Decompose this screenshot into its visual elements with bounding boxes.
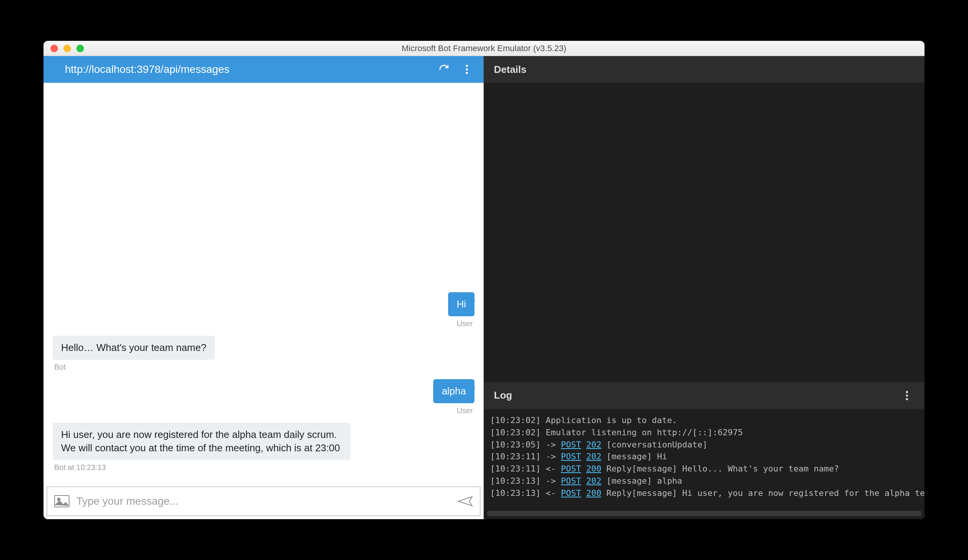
chat-message[interactable]: Hi User — [53, 292, 474, 328]
log-timestamp: [10:23:11] — [490, 452, 540, 461]
log-line[interactable]: [10:23:02] Application is up to date. — [490, 414, 918, 426]
message-meta: User — [53, 319, 474, 328]
log-text: Reply[message] Hello... What's your team… — [607, 464, 839, 473]
log-timestamp: [10:23:05] — [490, 440, 540, 449]
chat-message[interactable]: Hi user, you are now registered for the … — [53, 423, 474, 472]
vertical-dots-icon — [905, 390, 908, 401]
log-timestamp: [10:23:02] — [490, 428, 540, 437]
svg-point-4 — [58, 498, 60, 501]
log-method[interactable]: POST — [561, 476, 581, 486]
endpoint-url[interactable]: http://localhost:3978/api/messages — [65, 63, 429, 76]
svg-point-2 — [466, 72, 468, 74]
log-arrow: <- — [546, 488, 556, 498]
log-line[interactable]: [10:23:11] <- POST 200 Reply[message] He… — [490, 463, 918, 475]
log-status[interactable]: 202 — [586, 452, 602, 461]
details-body[interactable] — [484, 83, 925, 382]
send-button[interactable] — [457, 495, 473, 507]
chat-message[interactable]: alpha User — [53, 379, 474, 415]
chat-transcript[interactable]: Hi User Hello… What's your team name? Bo… — [43, 83, 484, 483]
log-line[interactable]: [10:23:13] -> POST 202 [message] alpha — [490, 475, 918, 487]
log-menu-button[interactable] — [899, 388, 915, 403]
log-text: [message] Hi — [607, 452, 667, 461]
log-method[interactable]: POST — [561, 488, 581, 498]
log-arrow: -> — [546, 440, 556, 449]
attach-image-button[interactable] — [54, 495, 70, 507]
log-text: Reply[message] Hi user, you are now regi… — [607, 488, 925, 498]
log-status[interactable]: 200 — [586, 488, 602, 498]
message-bubble: alpha — [433, 379, 474, 403]
log-line[interactable]: [10:23:05] -> POST 202 [conversationUpda… — [490, 439, 918, 451]
log-method[interactable]: POST — [561, 464, 581, 473]
log-line[interactable]: [10:23:11] -> POST 202 [message] Hi — [490, 451, 918, 463]
chat-message[interactable]: Hello… What's your team name? Bot — [53, 336, 474, 372]
horizontal-scrollbar[interactable] — [487, 511, 922, 516]
log-title: Log — [494, 390, 512, 401]
image-icon — [54, 495, 70, 507]
message-meta: Bot — [53, 363, 474, 372]
log-status[interactable]: 202 — [586, 476, 602, 486]
refresh-icon — [439, 64, 449, 75]
message-composer — [46, 486, 481, 516]
svg-point-1 — [466, 68, 468, 71]
chat-pane: http://localhost:3978/api/messages Hi — [43, 56, 484, 519]
more-menu-button[interactable] — [459, 62, 474, 77]
log-timestamp: [10:23:11] — [490, 464, 540, 473]
titlebar: Microsoft Bot Framework Emulator (v3.5.2… — [43, 41, 925, 56]
log-body[interactable]: [10:23:02] Application is up to date. [1… — [484, 409, 925, 511]
svg-point-7 — [906, 398, 908, 400]
log-timestamp: [10:23:13] — [490, 488, 540, 498]
inspector-pane: Details Log [10:23:02] Application is up… — [484, 56, 925, 519]
log-text: Application is up to date. — [546, 415, 677, 425]
message-bubble: Hi — [448, 292, 474, 316]
message-bubble: Hi user, you are now registered for the … — [53, 423, 350, 460]
details-title: Details — [494, 64, 526, 76]
log-text: [conversationUpdate] — [607, 440, 708, 449]
send-icon — [457, 495, 473, 507]
refresh-button[interactable] — [436, 62, 452, 77]
svg-point-0 — [466, 65, 468, 67]
message-meta: Bot at 10:23:13 — [53, 463, 474, 472]
svg-point-5 — [906, 391, 908, 393]
message-input[interactable] — [76, 495, 451, 507]
log-method[interactable]: POST — [561, 440, 581, 449]
message-bubble: Hello… What's your team name? — [53, 336, 215, 360]
message-meta: User — [53, 406, 474, 415]
address-bar: http://localhost:3978/api/messages — [43, 56, 484, 83]
svg-point-6 — [906, 395, 908, 397]
log-line[interactable]: [10:23:13] <- POST 200 Reply[message] Hi… — [490, 487, 918, 499]
log-timestamp: [10:23:13] — [490, 476, 540, 486]
log-timestamp: [10:23:02] — [490, 415, 540, 425]
window-title: Microsoft Bot Framework Emulator (v3.5.2… — [43, 43, 925, 53]
log-arrow: -> — [546, 476, 556, 486]
log-line[interactable]: [10:23:02] Emulator listening on http://… — [490, 426, 918, 439]
log-arrow: <- — [546, 464, 556, 473]
vertical-dots-icon — [465, 64, 468, 75]
log-status[interactable]: 202 — [586, 440, 602, 449]
app-window: Microsoft Bot Framework Emulator (v3.5.2… — [43, 41, 925, 519]
details-header: Details — [484, 56, 925, 83]
log-status[interactable]: 200 — [586, 464, 602, 473]
log-method[interactable]: POST — [561, 452, 581, 461]
log-text: [message] alpha — [607, 476, 683, 486]
log-header: Log — [484, 382, 925, 409]
log-text: Emulator listening on http://[::]:62975 — [546, 428, 743, 437]
log-arrow: -> — [546, 452, 556, 461]
